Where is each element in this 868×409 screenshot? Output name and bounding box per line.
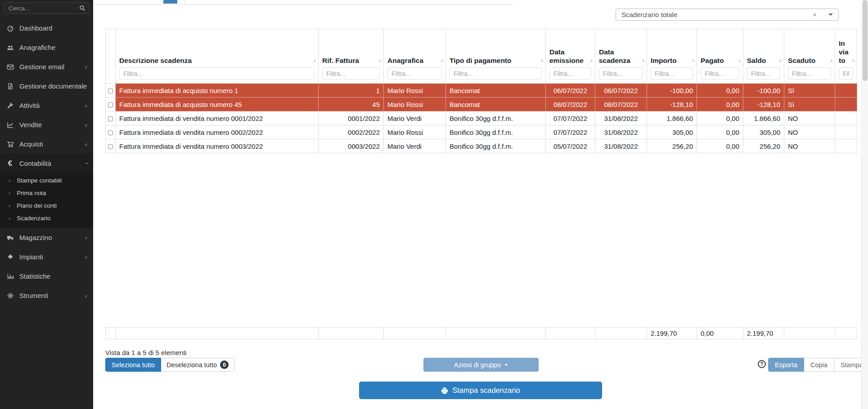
column-header-data-scadenza[interactable]: Data scadenza ▴ [595, 29, 647, 84]
filter-pagato[interactable] [701, 67, 739, 80]
column-header-importo[interactable]: Importo ▴ [647, 29, 697, 84]
sort-caret-icon[interactable]: ▴ [441, 58, 443, 62]
sort-caret-icon[interactable]: ▴ [590, 58, 593, 62]
table-row[interactable]: Fattura immediata di vendita numero 0002… [106, 125, 857, 139]
chevron-left-icon: ‹ [85, 63, 87, 70]
filter-rif-fattura[interactable] [322, 67, 380, 80]
cell-scaduto: Sì [784, 84, 835, 98]
sort-caret-icon[interactable]: ▴ [541, 58, 543, 62]
table-row[interactable]: Fattura immediata di acquisto numero 1 1… [106, 84, 857, 98]
sidebar-subitem-piano-dei-conti[interactable]: ›Piano dei conti [0, 199, 93, 212]
column-header-pagato[interactable]: Pagato ▴ [697, 29, 743, 84]
group-actions-button[interactable]: Azioni di gruppo [423, 358, 539, 372]
sort-caret-icon[interactable]: ▴ [692, 58, 694, 62]
export-button[interactable]: Esporta [768, 358, 804, 372]
totals-empty [595, 328, 647, 339]
sidebar-item-statistiche[interactable]: Statistiche [0, 267, 93, 286]
select-all-button[interactable]: Seleziona tutto [105, 358, 161, 372]
column-header-saldo[interactable]: Saldo ▴ [743, 29, 784, 84]
column-header-anagrafica[interactable]: Anagrafica ▴ [384, 29, 446, 84]
table-row[interactable]: Fattura immediata di acquisto numero 45 … [106, 98, 857, 111]
sort-caret-icon[interactable]: ▴ [314, 58, 316, 62]
sidebar-item-strumenti[interactable]: Strumenti‹ [0, 286, 93, 305]
row-checkbox[interactable] [108, 130, 113, 135]
totals-empty [835, 328, 857, 339]
sort-caret-icon[interactable]: ▴ [830, 58, 832, 62]
clear-selection-icon[interactable]: × [811, 11, 819, 18]
cell-anagrafica: Mario Rossi [384, 84, 446, 98]
copy-button[interactable]: Copia [804, 358, 834, 372]
chevron-right-icon: › [9, 202, 10, 209]
row-checkbox[interactable] [108, 89, 113, 93]
sidebar-item-attivita[interactable]: Attività‹ [0, 96, 93, 115]
cell-scaduto: NO [784, 125, 835, 139]
sort-caret-icon[interactable]: ▴ [779, 58, 782, 62]
column-header-rif-fattura[interactable]: Rif. Fattura ▴ [319, 29, 384, 84]
sidebar-item-label: Contabilità [19, 160, 51, 167]
row-checkbox[interactable] [108, 116, 113, 121]
sidebar-subitem-prima-nota[interactable]: ›Prima nota [0, 187, 93, 199]
row-checkbox[interactable] [108, 102, 113, 107]
totals-row: 2.199,70 0,00 2.199,70 [105, 327, 857, 339]
search-icon[interactable] [79, 5, 85, 11]
cell-data-emissione: 06/07/2022 [546, 84, 595, 98]
sort-caret-icon[interactable]: ▴ [642, 58, 644, 62]
sidebar-subitem-scadenzario[interactable]: ›Scadenzario [0, 212, 93, 224]
cell-tipo-pagamento: Bonifico 30gg d.f.f.m. [446, 111, 546, 125]
sidebar-item-magazzino[interactable]: Magazzino‹ [0, 228, 93, 247]
table-row[interactable]: Fattura immediata di vendita numero 0001… [106, 111, 857, 125]
filter-data-scadenza[interactable] [599, 67, 643, 80]
deselect-all-button[interactable]: Deseleziona tutto 0 [161, 358, 234, 372]
chevron-down-icon: ‹ [83, 162, 90, 164]
sidebar-item-anagrafiche[interactable]: Anagrafiche [0, 38, 93, 57]
filter-anagrafica[interactable] [387, 67, 442, 80]
print-schedule-button[interactable]: Stampa scadenzario [359, 382, 602, 399]
sort-caret-icon[interactable]: ▴ [852, 58, 855, 62]
sort-caret-icon[interactable]: ▴ [379, 58, 381, 62]
sidebar-item-gestione-email[interactable]: Gestione email‹ [0, 57, 93, 76]
filter-saldo[interactable] [747, 67, 780, 80]
search-input[interactable] [4, 2, 89, 14]
filter-importo[interactable] [651, 67, 693, 80]
scrollbar-thumb[interactable] [863, 0, 868, 81]
filter-data-emissione[interactable] [549, 67, 591, 80]
sort-caret-icon[interactable]: ▴ [738, 58, 741, 62]
row-checkbox[interactable] [108, 144, 113, 149]
cell-importo: 305,00 [647, 125, 697, 139]
sidebar-subitem-label: Scadenzario [17, 215, 50, 222]
page-scrollbar[interactable] [861, 0, 868, 409]
filter-inviato[interactable] [839, 67, 853, 80]
table-row[interactable]: Fattura immediata di vendita numero 0003… [106, 139, 857, 153]
row-checkbox-cell [106, 84, 116, 98]
filter-scaduto[interactable] [788, 67, 831, 80]
cell-anagrafica: Mario Rossi [384, 125, 446, 139]
column-header-descrizione[interactable]: Descrizione scadenza ▴ [116, 29, 319, 84]
filter-descrizione[interactable] [119, 67, 315, 80]
column-header-inviato[interactable]: Inviato ▴ [835, 29, 857, 84]
cell-saldo: 1.866,60 [743, 111, 784, 125]
cell-pagato: 0,00 [697, 84, 743, 98]
column-header-data-emissione[interactable]: Data emissione ▴ [546, 29, 595, 84]
cell-data-emissione: 07/07/2022 [546, 111, 595, 125]
sidebar-item-impianti[interactable]: Impianti‹ [0, 247, 93, 267]
sidebar-subitem-label: Prima nota [17, 190, 46, 196]
totals-empty [546, 328, 595, 339]
sidebar-item-acquisti[interactable]: Acquisti‹ [0, 134, 93, 154]
cell-rif-fattura: 45 [319, 98, 384, 111]
sidebar-item-label: Anagrafiche [19, 44, 55, 51]
sidebar-item-gestione-documentale[interactable]: Gestione documentale [0, 76, 93, 96]
schedule-view-select[interactable]: Scadenzario totale × [616, 9, 839, 21]
sidebar-subitem-stampe-contabili[interactable]: ›Stampe contabili [0, 174, 93, 187]
cell-inviato [835, 84, 857, 98]
column-header-tipo-pagamento[interactable]: Tipo di pagamento ▴ [446, 29, 546, 84]
caret-down-icon[interactable] [828, 13, 833, 16]
cell-saldo: -100,00 [743, 84, 784, 98]
sidebar-item-contabilita[interactable]: €Contabilità‹ [0, 154, 93, 173]
sidebar-item-vendite[interactable]: Vendite‹ [0, 115, 93, 134]
sidebar-item-dashboard[interactable]: Dashboard [0, 18, 93, 38]
column-header-scaduto[interactable]: Scaduto ▴ [784, 29, 835, 84]
totals-empty [116, 328, 319, 339]
filter-tipo-pagamento[interactable] [450, 67, 542, 80]
cell-data-scadenza: 06/07/2022 [595, 84, 647, 98]
help-icon[interactable]: ? [758, 360, 766, 368]
